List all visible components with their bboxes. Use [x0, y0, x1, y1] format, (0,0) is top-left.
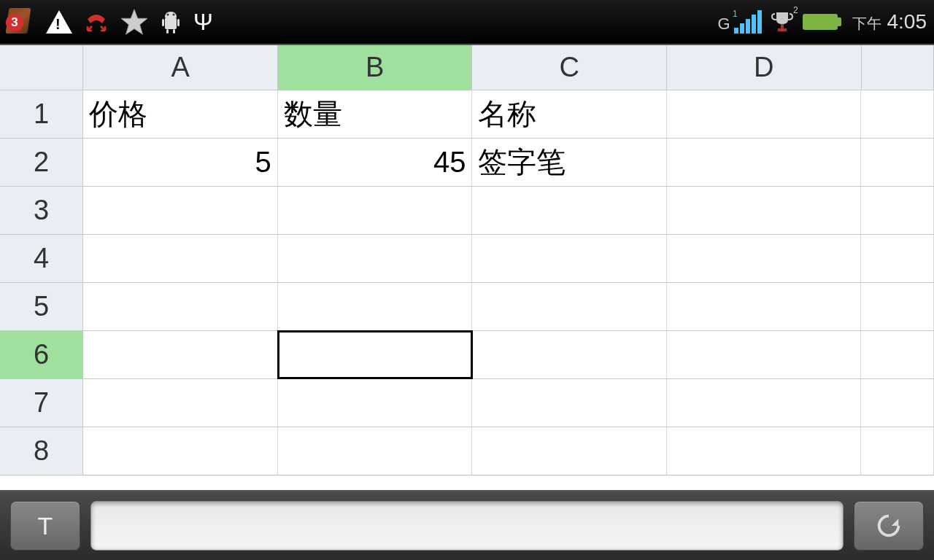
- star-icon: [120, 8, 148, 36]
- svg-rect-7: [781, 24, 784, 28]
- cell-D3[interactable]: [667, 187, 862, 234]
- row-header-1[interactable]: 1: [0, 90, 83, 138]
- formula-toolbar: T: [0, 490, 934, 560]
- table-row: 1 价格 数量 名称: [0, 90, 934, 139]
- svg-rect-8: [778, 28, 787, 31]
- row-header-5[interactable]: 5: [0, 283, 83, 330]
- cell-D2[interactable]: [667, 139, 862, 186]
- column-header-C[interactable]: C: [472, 45, 667, 90]
- cell-E5[interactable]: [861, 283, 934, 330]
- cell-A5[interactable]: [83, 283, 278, 330]
- table-row: 7: [0, 379, 934, 427]
- column-header-row: A B C D: [0, 45, 934, 90]
- cell-E8[interactable]: [861, 427, 934, 475]
- cell-C7[interactable]: [472, 379, 667, 427]
- cell-C1[interactable]: 名称: [472, 90, 667, 138]
- svg-rect-3: [162, 19, 164, 26]
- status-right: G 1 2 下午 4:05: [718, 9, 927, 34]
- svg-point-1: [167, 14, 169, 16]
- svg-rect-5: [166, 29, 169, 34]
- text-format-button[interactable]: T: [10, 501, 80, 551]
- column-header-B[interactable]: B: [278, 45, 473, 90]
- cell-C8[interactable]: [472, 427, 667, 475]
- spreadsheet[interactable]: A B C D 1 价格 数量 名称 2 5 45 签字笔 3 4: [0, 45, 934, 490]
- cell-D4[interactable]: [667, 235, 862, 282]
- cell-D8[interactable]: [667, 427, 862, 475]
- cell-A6[interactable]: [83, 331, 278, 378]
- warning-icon: [46, 10, 72, 34]
- cell-B2[interactable]: 45: [278, 139, 473, 186]
- svg-point-2: [173, 14, 175, 16]
- cell-E3[interactable]: [861, 187, 934, 234]
- cell-B4[interactable]: [278, 235, 473, 282]
- notification-icon[interactable]: 3: [7, 8, 35, 36]
- network-type: G 1: [718, 15, 730, 34]
- cell-A7[interactable]: [83, 379, 278, 427]
- cell-E7[interactable]: [861, 379, 934, 427]
- select-all-corner[interactable]: [0, 45, 83, 90]
- formula-input[interactable]: [90, 501, 844, 551]
- cell-C5[interactable]: [472, 283, 667, 330]
- battery-icon: [803, 14, 838, 30]
- cell-A4[interactable]: [83, 235, 278, 282]
- cell-E1[interactable]: [861, 90, 934, 138]
- cell-A8[interactable]: [83, 427, 278, 475]
- row-header-6[interactable]: 6: [0, 331, 83, 378]
- cell-D7[interactable]: [667, 379, 862, 427]
- table-row: 5: [0, 283, 934, 331]
- cell-C3[interactable]: [472, 187, 667, 234]
- status-bar: 3 Ψ G 1 2 下午: [0, 0, 934, 45]
- table-row: 2 5 45 签字笔: [0, 139, 934, 187]
- column-header-D[interactable]: D: [667, 45, 862, 90]
- column-header-extra[interactable]: [862, 45, 934, 90]
- cell-E6[interactable]: [861, 331, 934, 378]
- cell-A1[interactable]: 价格: [83, 90, 278, 138]
- cell-C2[interactable]: 签字笔: [472, 139, 667, 186]
- android-debug-icon: [159, 9, 182, 35]
- table-row: 8: [0, 427, 934, 475]
- row-header-3[interactable]: 3: [0, 187, 83, 234]
- table-row: 4: [0, 235, 934, 283]
- signal-icon: G 1: [718, 10, 762, 34]
- redo-button[interactable]: [854, 501, 924, 551]
- column-header-A[interactable]: A: [83, 45, 278, 90]
- table-row: 3: [0, 187, 934, 235]
- cell-E4[interactable]: [861, 235, 934, 282]
- usb-icon: Ψ: [193, 9, 213, 36]
- svg-rect-6: [173, 29, 175, 34]
- cell-A3[interactable]: [83, 187, 278, 234]
- cell-B6[interactable]: [278, 331, 473, 378]
- row-header-7[interactable]: 7: [0, 379, 83, 427]
- cell-C6[interactable]: [472, 331, 667, 378]
- clock: 下午 4:05: [852, 10, 927, 34]
- cell-D5[interactable]: [667, 283, 862, 330]
- svg-rect-4: [177, 19, 180, 26]
- cell-B5[interactable]: [278, 283, 473, 330]
- cell-B8[interactable]: [278, 427, 473, 475]
- row-header-4[interactable]: 4: [0, 235, 83, 282]
- trophy-icon: 2: [771, 9, 794, 34]
- missed-call-icon: [83, 9, 109, 35]
- notification-count: 3: [6, 14, 23, 31]
- cell-C4[interactable]: [472, 235, 667, 282]
- status-left: 3 Ψ: [7, 8, 718, 36]
- svg-rect-0: [165, 18, 177, 29]
- cell-A2[interactable]: 5: [83, 139, 278, 186]
- row-header-2[interactable]: 2: [0, 139, 83, 186]
- cell-D6[interactable]: [667, 331, 862, 378]
- cell-B1[interactable]: 数量: [278, 90, 473, 138]
- table-row: 6: [0, 331, 934, 379]
- row-header-8[interactable]: 8: [0, 427, 83, 475]
- cell-B7[interactable]: [278, 379, 473, 427]
- cell-D1[interactable]: [667, 90, 862, 138]
- cell-B3[interactable]: [278, 187, 473, 234]
- cell-E2[interactable]: [861, 139, 934, 186]
